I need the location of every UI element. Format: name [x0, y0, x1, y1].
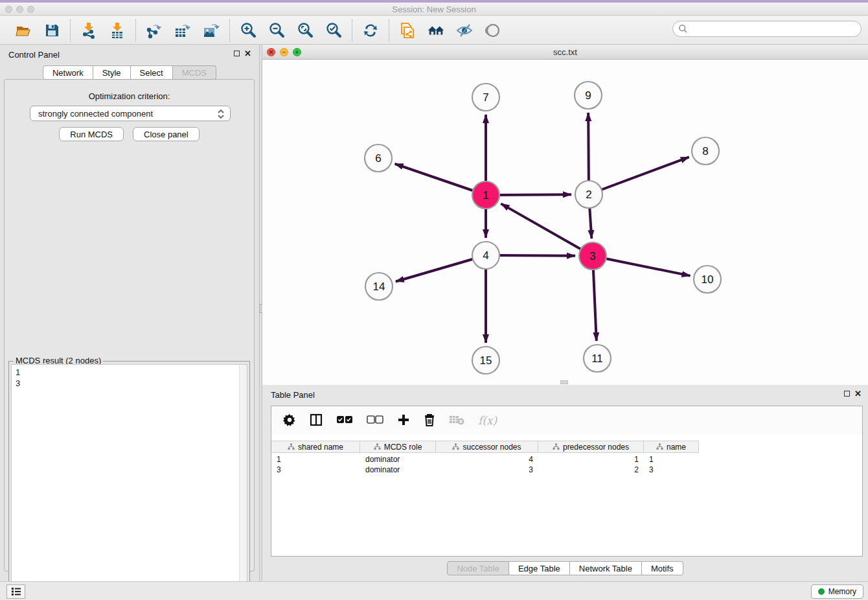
control-panel-close-button[interactable]: ✕: [244, 49, 251, 58]
export-network-icon[interactable]: [145, 21, 163, 40]
import-network-icon[interactable]: [80, 21, 98, 40]
import-table-icon[interactable]: [108, 21, 126, 40]
network-canvas[interactable]: 7968124314101511: [262, 60, 868, 385]
table-header-row: shared nameMCDS rolesuccessor nodesprede…: [271, 441, 699, 453]
column-header-label: MCDS role: [384, 443, 422, 452]
tab-edge-table[interactable]: Edge Table: [509, 561, 570, 575]
window-titlebar: Session: New Session: [0, 3, 868, 16]
mcds-result-groupbox: MCDS result (2 nodes) 1 3: [8, 361, 250, 600]
table-cell[interactable]: dominator: [360, 455, 436, 465]
table-cell[interactable]: dominator: [360, 465, 436, 476]
table-row[interactable]: 3dominator323: [271, 465, 699, 476]
network-view-window: ✕ − + scc.txt 7968124314101511: [262, 45, 868, 385]
close-panel-button[interactable]: Close panel: [133, 127, 200, 141]
criterion-dropdown[interactable]: strongly connected component: [30, 106, 231, 121]
mcds-panel: Optimization criterion: strongly connect…: [4, 79, 255, 571]
column-header-shared-name[interactable]: shared name: [271, 441, 360, 452]
network-resize-handle[interactable]: [560, 380, 568, 384]
task-history-button[interactable]: [6, 584, 25, 599]
table-cell[interactable]: 1: [644, 455, 699, 465]
graph-node-label-10: 10: [702, 273, 714, 286]
column-header-successor-nodes[interactable]: successor nodes: [436, 441, 538, 452]
sort-tree-icon: [374, 443, 381, 450]
save-session-icon[interactable]: [43, 21, 61, 40]
run-mcds-button[interactable]: Run MCDS: [59, 127, 124, 141]
memory-button[interactable]: Memory: [811, 584, 863, 599]
tab-style[interactable]: Style: [93, 65, 131, 80]
export-table-icon[interactable]: [174, 21, 192, 40]
table-settings-icon[interactable]: [283, 413, 296, 428]
column-header-name[interactable]: name: [644, 441, 699, 452]
column-header-predecessor-nodes[interactable]: predecessor nodes: [538, 441, 644, 452]
result-scrollbar[interactable]: [239, 365, 247, 599]
tab-mcds[interactable]: MCDS: [173, 65, 216, 80]
column-header-MCDS-role[interactable]: MCDS role: [360, 441, 436, 452]
node-table-container: f(x) shared nameMCDS rolesuccessor nodes…: [271, 406, 863, 557]
network-graph[interactable]: 7968124314101511: [262, 60, 868, 385]
table-cell[interactable]: 3: [271, 465, 360, 476]
delete-table-icon[interactable]: [449, 415, 464, 427]
sort-tree-icon: [288, 443, 295, 450]
control-panel-title: Control Panel: [8, 50, 60, 60]
table-panel: Table Panel ✕: [262, 385, 868, 581]
graph-edge-2-8[interactable]: [589, 157, 689, 194]
table-tabs: Node TableEdge TableNetwork TableMotifs: [262, 561, 868, 575]
graph-node-label-6: 6: [375, 152, 381, 165]
zoom-selected-icon[interactable]: [325, 21, 343, 40]
table-cell[interactable]: 1: [538, 455, 644, 465]
graph-node-label-15: 15: [480, 354, 492, 367]
control-panel: Control Panel ✕ NetworkStyleSelectMCDS O…: [0, 45, 259, 581]
graph-node-label-3: 3: [589, 250, 595, 262]
table-cell[interactable]: 1: [271, 455, 360, 465]
export-image-icon[interactable]: [202, 21, 220, 40]
create-column-icon[interactable]: [397, 413, 410, 428]
graph-node-label-7: 7: [483, 91, 488, 104]
table-cell[interactable]: 3: [436, 465, 538, 476]
hide-graphics-details-icon[interactable]: [455, 21, 474, 40]
control-panel-float-button[interactable]: [234, 51, 240, 56]
graph-node-label-2: 2: [586, 189, 591, 201]
zoom-in-icon[interactable]: [239, 21, 257, 40]
table-cell[interactable]: 4: [436, 455, 538, 465]
table-panel-float-button[interactable]: [844, 391, 850, 397]
function-builder-icon[interactable]: f(x): [478, 414, 497, 427]
table-panel-close-button[interactable]: ✕: [854, 389, 862, 398]
table-toolbar: f(x): [271, 406, 862, 435]
main-toolbar: [0, 16, 868, 45]
show-graphics-details-icon[interactable]: [484, 21, 502, 40]
memory-label: Memory: [828, 587, 856, 596]
graph-node-label-14: 14: [373, 281, 385, 293]
table-cell[interactable]: 3: [644, 465, 699, 476]
table-row[interactable]: 1dominator411: [271, 455, 699, 465]
control-panel-tabs: NetworkStyleSelectMCDS: [0, 65, 259, 80]
table-cell[interactable]: 2: [538, 465, 644, 476]
show-all-networks-icon[interactable]: [427, 21, 445, 40]
zoom-out-icon[interactable]: [268, 21, 286, 40]
graph-node-label-8: 8: [702, 145, 708, 157]
graph-edge-3-10[interactable]: [593, 256, 691, 276]
tab-select[interactable]: Select: [131, 65, 173, 80]
select-all-columns-icon[interactable]: [336, 415, 353, 426]
search-input[interactable]: [672, 21, 862, 37]
search-icon: [678, 24, 688, 34]
table-panel-title: Table Panel: [271, 390, 315, 400]
delete-columns-icon[interactable]: [424, 413, 435, 428]
tab-motifs[interactable]: Motifs: [642, 561, 683, 575]
tab-network-table[interactable]: Network Table: [570, 561, 642, 575]
open-session-icon[interactable]: [14, 21, 32, 40]
network-window-titlebar: ✕ − + scc.txt: [262, 45, 868, 60]
show-columns-icon[interactable]: [310, 413, 323, 428]
sort-tree-icon: [656, 443, 663, 450]
graph-edge-1-6[interactable]: [395, 164, 486, 195]
tab-network[interactable]: Network: [43, 65, 93, 80]
graph-node-label-9: 9: [585, 89, 591, 102]
unselect-all-columns-icon[interactable]: [367, 415, 383, 426]
network-window-title: scc.txt: [262, 47, 868, 57]
copy-network-view-icon[interactable]: [398, 21, 417, 40]
zoom-fit-icon[interactable]: [296, 21, 314, 40]
tab-node-table[interactable]: Node Table: [447, 561, 509, 575]
mcds-result-text[interactable]: 1 3: [11, 364, 247, 599]
graph-edge-3-1[interactable]: [501, 203, 593, 256]
apply-layout-icon[interactable]: [361, 21, 380, 40]
chevron-updown-icon: [217, 108, 225, 122]
